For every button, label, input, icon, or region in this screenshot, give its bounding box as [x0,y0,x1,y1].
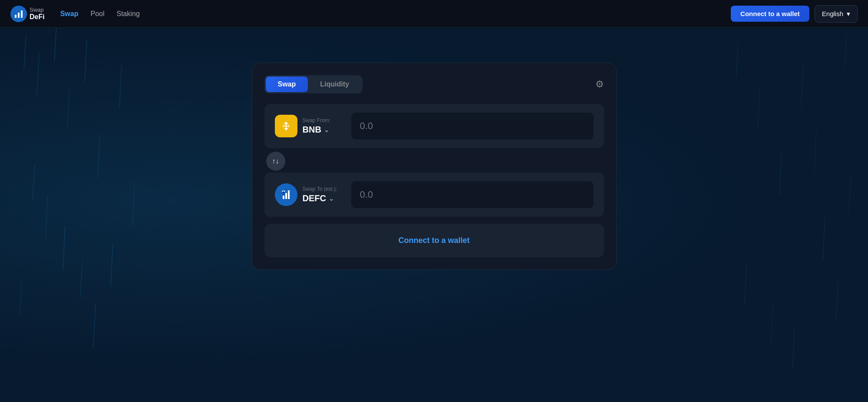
from-token-symbol: BNB [303,125,321,135]
nav-staking[interactable]: Staking [117,10,140,18]
svg-rect-32 [283,196,284,199]
svg-line-10 [20,282,22,317]
svg-rect-33 [285,193,287,199]
to-token-selector[interactable]: DEFC ⌄ [303,193,334,203]
swap-direction-button[interactable]: ↑↓ [266,152,285,171]
tab-liquidity[interactable]: Liquidity [308,76,361,92]
nav-swap[interactable]: Swap [60,10,79,18]
svg-line-22 [771,304,773,348]
svg-rect-28 [18,13,20,18]
tab-group: Swap Liquidity [264,75,363,93]
language-chevron-icon: ▾ [847,10,850,18]
svg-line-11 [93,304,96,348]
navbar: Swap DeFi Swap Pool Staking Connect to a… [0,0,868,28]
to-token-symbol: DEFC [303,193,326,203]
nav-right: Connect to a wallet English ▾ [731,5,858,23]
logo-icon [10,6,27,22]
tab-swap[interactable]: Swap [266,76,308,92]
to-token-label: Swap To (est.): [303,186,337,192]
svg-rect-29 [21,10,23,18]
bnb-icon [275,115,297,137]
connect-wallet-area: Connect to a wallet [264,224,604,257]
language-label: English [822,10,843,17]
language-button[interactable]: English ▾ [815,5,858,23]
defc-icon [275,183,297,206]
card-header: Swap Liquidity ⚙ [264,75,604,93]
from-token-input[interactable] [351,113,594,140]
connect-wallet-card-button[interactable]: Connect to a wallet [398,236,469,245]
svg-rect-34 [288,190,290,199]
swap-arrows-container: ↑↓ [264,152,604,171]
to-token-input[interactable] [351,181,594,208]
from-token-selector-group: Swap From: BNB ⌄ [303,117,331,135]
logo-text: Swap DeFi [30,7,45,21]
to-token-info: Swap To (est.): DEFC ⌄ [275,183,344,206]
settings-icon[interactable]: ⚙ [595,79,604,90]
svg-line-23 [792,326,795,369]
swap-to-box: Swap To (est.): DEFC ⌄ [264,173,604,217]
connect-wallet-nav-button[interactable]: Connect to a wallet [731,6,809,22]
main-content: Swap Liquidity ⚙ Sw [0,28,868,270]
svg-rect-27 [15,15,17,18]
swap-card: Swap Liquidity ⚙ Sw [252,63,617,270]
nav-links: Swap Pool Staking [60,10,731,18]
from-token-selector[interactable]: BNB ⌄ [303,125,329,135]
from-token-chevron-icon: ⌄ [324,126,329,133]
from-token-label: Swap From: [303,117,331,123]
to-token-chevron-icon: ⌄ [329,195,334,202]
logo[interactable]: Swap DeFi [10,6,45,22]
nav-pool[interactable]: Pool [90,10,104,18]
svg-line-25 [836,282,838,322]
from-token-info: Swap From: BNB ⌄ [275,115,344,137]
swap-from-box: Swap From: BNB ⌄ [264,104,604,148]
to-token-selector-group: Swap To (est.): DEFC ⌄ [303,186,337,203]
